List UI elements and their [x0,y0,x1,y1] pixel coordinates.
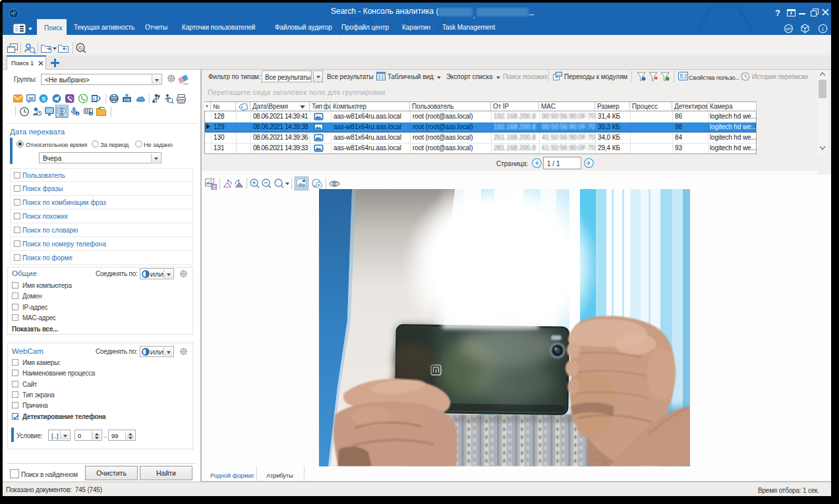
svg-text:L: L [94,97,96,101]
svg-text:IM: IM [28,96,33,101]
svg-text:i: i [822,26,824,32]
svg-text:ID: ID [78,45,83,50]
svg-text:HTTP: HTTP [111,98,118,100]
svg-text:API: API [786,27,792,31]
svg-text:FTP: FTP [124,99,130,102]
svg-text:S: S [42,96,45,102]
